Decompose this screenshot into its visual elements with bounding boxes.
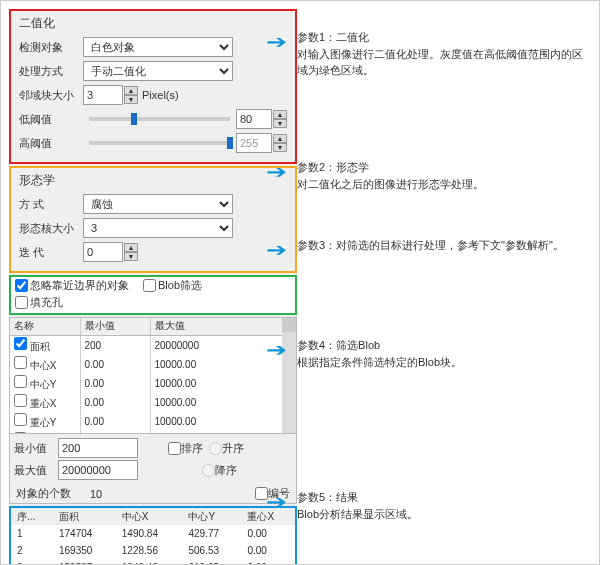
- blob-filter-label: Blob筛选: [158, 278, 202, 293]
- annotations: ➔ 参数1：二值化 对输入图像进行二值化处理。灰度值在高低阈值范围内的区域为绿色…: [297, 9, 591, 556]
- table-row[interactable]: 中心X0.0010000.00: [10, 355, 296, 374]
- scrollbar[interactable]: [282, 318, 296, 433]
- ignore-border-label: 忽略靠近边界的对象: [30, 278, 129, 293]
- panel-blob-filter: 名称 最小值 最大值 面积20020000000 中心X0.0010000.00…: [9, 317, 297, 504]
- arrow-icon: ➔: [266, 337, 287, 364]
- annot2-desc: 对二值化之后的图像进行形态学处理。: [297, 176, 484, 193]
- max-input[interactable]: [58, 460, 138, 480]
- panel-result: 序...面积中心X中心Y重心X 11747041490.84429.770.00…: [9, 506, 297, 565]
- col-min[interactable]: 最小值: [80, 318, 150, 335]
- low-label: 低阈值: [19, 112, 83, 127]
- iter-input[interactable]: [83, 242, 123, 262]
- table-row[interactable]: 21693501228.56506.530.00: [11, 542, 295, 559]
- table-row[interactable]: 方向-180.00180.00: [10, 431, 296, 435]
- table-row[interactable]: 面积20020000000: [10, 335, 296, 355]
- panel-binarize: 二值化 检测对象 白色对象 处理方式 手动二值化 邻域块大小 ▲▼ Pixel(…: [9, 9, 297, 164]
- mode-select[interactable]: 腐蚀: [83, 194, 233, 214]
- table-row[interactable]: 重心X0.0010000.00: [10, 393, 296, 412]
- spin-up-icon[interactable]: ▲: [273, 110, 287, 119]
- max-label: 最大值: [14, 463, 58, 478]
- table-row[interactable]: 11747041490.84429.770.00: [11, 525, 295, 542]
- high-label: 高阈值: [19, 136, 83, 151]
- iter-label: 迭 代: [19, 245, 83, 260]
- spin-down-icon[interactable]: ▼: [124, 95, 138, 104]
- panel2-title: 形态学: [19, 172, 287, 189]
- mode-label: 方 式: [19, 197, 83, 212]
- annot1-title: 参数1：二值化: [297, 29, 591, 46]
- spin-down-icon: ▼: [273, 143, 287, 152]
- high-slider[interactable]: [89, 141, 230, 145]
- neighbor-label: 邻域块大小: [19, 88, 83, 103]
- blob-filter-checkbox[interactable]: [143, 279, 156, 292]
- annot5-desc: Blob分析结果显示区域。: [297, 506, 418, 523]
- row-checkbox[interactable]: [14, 375, 27, 388]
- method-label: 处理方式: [19, 64, 83, 79]
- count-label: 对象的个数: [16, 486, 90, 501]
- row-checkbox[interactable]: [14, 337, 27, 350]
- neighbor-input[interactable]: [83, 85, 123, 105]
- fill-hole-checkbox[interactable]: [15, 296, 28, 309]
- desc-radio: [202, 464, 215, 477]
- panel1-title: 二值化: [19, 15, 287, 32]
- filter-table: 名称 最小值 最大值 面积20020000000 中心X0.0010000.00…: [10, 318, 296, 434]
- col-max[interactable]: 最大值: [150, 318, 296, 335]
- kernel-label: 形态核大小: [19, 221, 83, 236]
- low-slider[interactable]: [89, 117, 230, 121]
- count-value: 10: [90, 488, 102, 500]
- spin-down-icon[interactable]: ▼: [124, 252, 138, 261]
- annot1-desc: 对输入图像进行二值化处理。灰度值在高低阈值范围内的区域为绿色区域。: [297, 46, 591, 79]
- panel-morphology: 形态学 方 式 腐蚀 形态核大小 3 迭 代 ▲▼: [9, 166, 297, 273]
- asc-radio: [209, 442, 222, 455]
- spin-up-icon[interactable]: ▲: [124, 86, 138, 95]
- col-header[interactable]: 中心Y: [182, 508, 241, 525]
- kernel-select[interactable]: 3: [83, 218, 233, 238]
- col-header[interactable]: 面积: [53, 508, 116, 525]
- arrow-icon: ➔: [266, 159, 287, 186]
- spin-up-icon: ▲: [273, 134, 287, 143]
- arrow-icon: ➔: [266, 237, 287, 264]
- result-table: 序...面积中心X中心Y重心X 11747041490.84429.770.00…: [11, 508, 295, 565]
- annot4-desc: 根据指定条件筛选特定的Blob块。: [297, 354, 462, 371]
- high-input: [236, 133, 272, 153]
- arrow-icon: ➔: [266, 489, 287, 516]
- detect-select[interactable]: 白色对象: [83, 37, 233, 57]
- table-row[interactable]: 中心Y0.0010000.00: [10, 374, 296, 393]
- low-input[interactable]: [236, 109, 272, 129]
- sort-checkbox[interactable]: [168, 442, 181, 455]
- annot4-title: 参数4：筛选Blob: [297, 337, 462, 354]
- spin-down-icon[interactable]: ▼: [273, 119, 287, 128]
- col-header[interactable]: 中心X: [116, 508, 183, 525]
- fill-hole-label: 填充孔: [30, 295, 63, 310]
- spin-up-icon[interactable]: ▲: [124, 243, 138, 252]
- annot3-title: 参数3：对筛选的目标进行处理，参考下文"参数解析"。: [297, 237, 564, 254]
- arrow-icon: ➔: [266, 29, 287, 56]
- row-checkbox[interactable]: [14, 432, 27, 435]
- min-label: 最小值: [14, 441, 58, 456]
- method-select[interactable]: 手动二值化: [83, 61, 233, 81]
- neighbor-unit: Pixel(s): [142, 89, 179, 101]
- sort-label: 排序: [181, 441, 203, 456]
- annot5-title: 参数5：结果: [297, 489, 418, 506]
- min-input[interactable]: [58, 438, 138, 458]
- table-row[interactable]: 31595871843.46612.650.00: [11, 559, 295, 565]
- annot2-title: 参数2：形态学: [297, 159, 484, 176]
- row-checkbox[interactable]: [14, 394, 27, 407]
- panel-filter-opts: 忽略靠近边界的对象 Blob筛选 填充孔: [9, 275, 297, 315]
- col-name[interactable]: 名称: [10, 318, 80, 335]
- ignore-border-checkbox[interactable]: [15, 279, 28, 292]
- table-row[interactable]: 重心Y0.0010000.00: [10, 412, 296, 431]
- detect-label: 检测对象: [19, 40, 83, 55]
- row-checkbox[interactable]: [14, 413, 27, 426]
- row-checkbox[interactable]: [14, 356, 27, 369]
- col-header[interactable]: 序...: [11, 508, 53, 525]
